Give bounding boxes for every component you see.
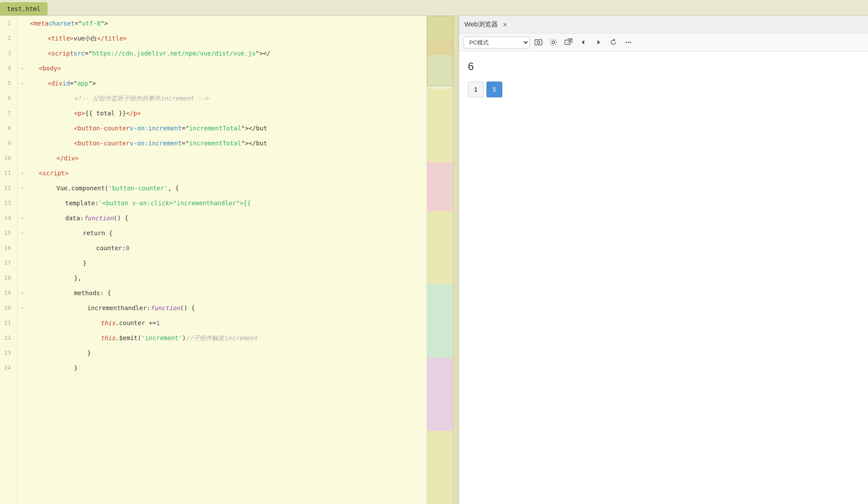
line-num-6: 6	[0, 91, 14, 106]
more-icon[interactable]	[622, 36, 634, 48]
line-num-23: 23	[0, 345, 14, 360]
fold-12[interactable]: −	[18, 181, 26, 196]
fold-1	[18, 16, 26, 31]
fold-23	[18, 345, 26, 360]
main-layout: 1 2 3 4 5 6 7 8 9 10 11 12 13 14 15 16 1…	[0, 16, 868, 504]
fold-3	[18, 46, 26, 61]
code-line-3: <script src="https://cdn.jsdelivr.net/np…	[26, 46, 427, 61]
fold-5[interactable]: −	[18, 76, 26, 91]
code-content[interactable]: <meta charset="utf-8"> <title>vue小白</tit…	[26, 16, 427, 504]
code-line-9: <button-counter v-on:increment="incremen…	[26, 136, 427, 151]
minimap	[427, 16, 453, 504]
refresh-icon[interactable]	[607, 36, 619, 48]
browser-titlebar: Web浏览器 ×	[459, 16, 868, 33]
new-window-icon[interactable]	[562, 36, 575, 48]
svg-point-2	[552, 41, 555, 44]
line-num-1: 1	[0, 16, 14, 31]
line-num-21: 21	[0, 315, 14, 330]
fold-9	[18, 136, 26, 151]
code-line-11: <script>	[26, 166, 427, 181]
fold-14[interactable]: −	[18, 211, 26, 226]
line-num-22: 22	[0, 330, 14, 345]
line-num-12: 12	[0, 181, 14, 196]
code-line-14: data: function () {	[26, 211, 427, 226]
line-num-11: 11	[0, 166, 14, 181]
line-num-8: 8	[0, 121, 14, 136]
mode-select[interactable]: PC模式 手机模式 平板模式	[464, 37, 530, 48]
line-num-3: 3	[0, 46, 14, 61]
code-line-1: <meta charset="utf-8">	[26, 16, 427, 31]
counter-btn-1[interactable]: 1	[468, 82, 484, 97]
line-num-7: 7	[0, 106, 14, 121]
line-num-18: 18	[0, 271, 14, 285]
fold-7	[18, 106, 26, 121]
fold-6	[18, 91, 26, 106]
code-tag: <meta	[30, 16, 48, 31]
code-line-4: <body>	[26, 61, 427, 76]
fold-gutter: − − − − − − − −	[18, 16, 26, 504]
fold-15[interactable]: −	[18, 226, 26, 241]
browser-title: Web浏览器	[464, 20, 498, 29]
fold-11[interactable]: −	[18, 166, 26, 181]
fold-13	[18, 196, 26, 211]
code-line-22: this.$emit('increment') //子组件触发increment	[26, 330, 427, 345]
code-line-10: </div>	[26, 151, 427, 166]
minimap-bg	[427, 16, 453, 504]
fold-19[interactable]: −	[18, 285, 26, 300]
browser-close-button[interactable]: ×	[503, 20, 508, 29]
fold-24	[18, 360, 26, 375]
line-num-13: 13	[0, 196, 14, 211]
counter-btn-2[interactable]: 5	[486, 82, 502, 97]
code-line-8: <button-counter v-on:increment="incremen…	[26, 121, 427, 136]
code-line-19: methods: {	[26, 285, 427, 300]
fold-10	[18, 151, 26, 166]
fold-17	[18, 256, 26, 271]
code-line-13: template: '<button v-on:click="increment…	[26, 196, 427, 211]
svg-point-1	[537, 41, 540, 44]
minimap-viewport[interactable]	[427, 16, 453, 86]
browser-content: 6 1 5	[459, 52, 868, 504]
code-line-18: },	[26, 271, 427, 285]
code-line-17: }	[26, 256, 427, 271]
line-num-24: 24	[0, 360, 14, 375]
fold-16	[18, 241, 26, 256]
fold-18	[18, 271, 26, 285]
line-num-17: 17	[0, 256, 14, 271]
svg-rect-3	[565, 40, 570, 44]
settings-icon[interactable]	[547, 36, 560, 48]
line-num-19: 19	[0, 285, 14, 300]
fold-21	[18, 315, 26, 330]
line-num-4: 4	[0, 61, 14, 76]
browser-toolbar: PC模式 手机模式 平板模式	[459, 33, 868, 52]
code-line-21: this.counter += 1	[26, 315, 427, 330]
result-number: 6	[468, 60, 859, 73]
line-num-14: 14	[0, 211, 14, 226]
code-line-23: }	[26, 345, 427, 360]
fold-2	[18, 31, 26, 46]
fold-22	[18, 330, 26, 345]
counter-buttons: 1 5	[468, 82, 859, 97]
forward-icon[interactable]	[592, 36, 605, 48]
tab-bar: test.html	[0, 0, 868, 16]
editor-area: 1 2 3 4 5 6 7 8 9 10 11 12 13 14 15 16 1…	[0, 16, 458, 504]
back-icon[interactable]	[577, 36, 590, 48]
line-num-20: 20	[0, 300, 14, 315]
code-line-6: <!-- 父组件监听子组件的事件increment -->	[26, 91, 427, 106]
line-num-10: 10	[0, 151, 14, 166]
code-line-2: <title>vue小白</title>	[26, 31, 427, 46]
fold-4[interactable]: −	[18, 61, 26, 76]
fold-8	[18, 121, 26, 136]
svg-rect-0	[535, 40, 542, 45]
fold-20[interactable]: −	[18, 300, 26, 315]
line-numbers: 1 2 3 4 5 6 7 8 9 10 11 12 13 14 15 16 1…	[0, 16, 18, 504]
code-line-7: <p>{{ total }}</p>	[26, 106, 427, 121]
line-num-2: 2	[0, 31, 14, 46]
code-line-5: <div id="app">	[26, 76, 427, 91]
browser-panel: Web浏览器 × PC模式 手机模式 平板模式	[458, 16, 868, 504]
line-num-16: 16	[0, 241, 14, 256]
screenshot-icon[interactable]	[532, 36, 545, 48]
tab-label: test.html	[7, 5, 41, 12]
svg-point-4	[626, 42, 627, 43]
tab-test-html[interactable]: test.html	[0, 2, 48, 15]
vertical-scrollbar[interactable]	[453, 16, 458, 504]
